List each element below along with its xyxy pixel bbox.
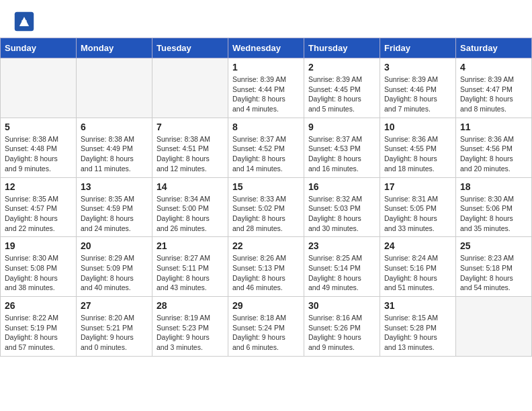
cell-day-number: 1 (232, 62, 300, 73)
cell-day-number: 11 (460, 122, 527, 132)
calendar-cell (152, 58, 228, 118)
calendar-cell: 20Sunrise: 8:29 AM Sunset: 5:09 PM Dayli… (77, 237, 152, 297)
calendar-cell: 30Sunrise: 8:16 AM Sunset: 5:26 PM Dayli… (304, 297, 380, 357)
calendar-cell: 16Sunrise: 8:32 AM Sunset: 5:03 PM Dayli… (304, 177, 380, 237)
weekday-header-sunday: Sunday (1, 38, 77, 58)
calendar-cell: 29Sunrise: 8:18 AM Sunset: 5:24 PM Dayli… (228, 297, 304, 357)
cell-day-number: 13 (81, 181, 148, 192)
cell-info-text: Sunrise: 8:30 AM Sunset: 5:06 PM Dayligh… (460, 194, 527, 234)
cell-day-number: 7 (157, 122, 224, 132)
cell-info-text: Sunrise: 8:36 AM Sunset: 4:55 PM Dayligh… (384, 134, 451, 174)
cell-info-text: Sunrise: 8:15 AM Sunset: 5:28 PM Dayligh… (384, 313, 451, 353)
cell-info-text: Sunrise: 8:16 AM Sunset: 5:26 PM Dayligh… (308, 313, 375, 353)
cell-info-text: Sunrise: 8:31 AM Sunset: 5:05 PM Dayligh… (384, 194, 451, 234)
cell-day-number: 27 (81, 300, 148, 311)
cell-info-text: Sunrise: 8:38 AM Sunset: 4:48 PM Dayligh… (5, 134, 72, 174)
cell-day-number: 19 (5, 240, 72, 251)
cell-day-number: 25 (460, 240, 527, 251)
cell-day-number: 31 (384, 300, 451, 311)
calendar-week-row: 12Sunrise: 8:35 AM Sunset: 4:57 PM Dayli… (1, 177, 532, 237)
weekday-header-thursday: Thursday (304, 38, 380, 58)
calendar-week-row: 26Sunrise: 8:22 AM Sunset: 5:19 PM Dayli… (1, 297, 532, 357)
calendar-cell: 25Sunrise: 8:23 AM Sunset: 5:18 PM Dayli… (456, 237, 532, 297)
calendar-cell: 3Sunrise: 8:39 AM Sunset: 4:46 PM Daylig… (380, 58, 456, 118)
cell-day-number: 14 (157, 181, 224, 192)
calendar-table: SundayMondayTuesdayWednesdayThursdayFrid… (0, 38, 532, 357)
cell-day-number: 21 (157, 240, 224, 251)
weekday-header-row: SundayMondayTuesdayWednesdayThursdayFrid… (1, 38, 532, 58)
cell-day-number: 23 (308, 240, 375, 251)
cell-day-number: 20 (81, 240, 148, 251)
cell-day-number: 9 (308, 122, 375, 132)
cell-info-text: Sunrise: 8:24 AM Sunset: 5:16 PM Dayligh… (384, 253, 451, 293)
cell-day-number: 8 (232, 122, 300, 132)
cell-info-text: Sunrise: 8:32 AM Sunset: 5:03 PM Dayligh… (308, 194, 375, 234)
cell-day-number: 29 (232, 300, 300, 311)
cell-info-text: Sunrise: 8:39 AM Sunset: 4:47 PM Dayligh… (460, 75, 527, 114)
cell-info-text: Sunrise: 8:26 AM Sunset: 5:13 PM Dayligh… (232, 253, 300, 293)
cell-info-text: Sunrise: 8:38 AM Sunset: 4:51 PM Dayligh… (157, 134, 224, 174)
weekday-header-tuesday: Tuesday (152, 38, 228, 58)
cell-info-text: Sunrise: 8:36 AM Sunset: 4:56 PM Dayligh… (460, 134, 527, 174)
calendar-week-row: 19Sunrise: 8:30 AM Sunset: 5:08 PM Dayli… (1, 237, 532, 297)
calendar-week-row: 1Sunrise: 8:39 AM Sunset: 4:44 PM Daylig… (1, 58, 532, 118)
cell-info-text: Sunrise: 8:25 AM Sunset: 5:14 PM Dayligh… (308, 253, 375, 293)
cell-day-number: 26 (5, 300, 72, 311)
calendar-cell: 18Sunrise: 8:30 AM Sunset: 5:06 PM Dayli… (456, 177, 532, 237)
cell-info-text: Sunrise: 8:39 AM Sunset: 4:45 PM Dayligh… (308, 75, 375, 114)
cell-day-number: 5 (5, 122, 72, 132)
calendar-cell: 13Sunrise: 8:35 AM Sunset: 4:59 PM Dayli… (77, 177, 152, 237)
calendar-week-row: 5Sunrise: 8:38 AM Sunset: 4:48 PM Daylig… (1, 118, 532, 177)
cell-info-text: Sunrise: 8:35 AM Sunset: 4:57 PM Dayligh… (5, 194, 72, 234)
calendar-cell: 22Sunrise: 8:26 AM Sunset: 5:13 PM Dayli… (228, 237, 304, 297)
cell-info-text: Sunrise: 8:38 AM Sunset: 4:49 PM Dayligh… (81, 134, 148, 174)
cell-info-text: Sunrise: 8:29 AM Sunset: 5:09 PM Dayligh… (81, 253, 148, 293)
cell-info-text: Sunrise: 8:37 AM Sunset: 4:53 PM Dayligh… (308, 134, 375, 174)
calendar-cell: 27Sunrise: 8:20 AM Sunset: 5:21 PM Dayli… (77, 297, 152, 357)
calendar-cell: 12Sunrise: 8:35 AM Sunset: 4:57 PM Dayli… (1, 177, 77, 237)
weekday-header-wednesday: Wednesday (228, 38, 304, 58)
cell-info-text: Sunrise: 8:34 AM Sunset: 5:00 PM Dayligh… (157, 194, 224, 234)
cell-day-number: 2 (308, 62, 375, 73)
calendar-cell: 9Sunrise: 8:37 AM Sunset: 4:53 PM Daylig… (304, 118, 380, 177)
calendar-cell: 31Sunrise: 8:15 AM Sunset: 5:28 PM Dayli… (380, 297, 456, 357)
logo (13, 11, 38, 32)
cell-info-text: Sunrise: 8:39 AM Sunset: 4:44 PM Dayligh… (232, 75, 300, 114)
calendar-cell: 5Sunrise: 8:38 AM Sunset: 4:48 PM Daylig… (1, 118, 77, 177)
calendar-cell: 26Sunrise: 8:22 AM Sunset: 5:19 PM Dayli… (1, 297, 77, 357)
cell-info-text: Sunrise: 8:18 AM Sunset: 5:24 PM Dayligh… (232, 313, 300, 353)
calendar-cell: 14Sunrise: 8:34 AM Sunset: 5:00 PM Dayli… (152, 177, 228, 237)
calendar-cell: 8Sunrise: 8:37 AM Sunset: 4:52 PM Daylig… (228, 118, 304, 177)
cell-info-text: Sunrise: 8:19 AM Sunset: 5:23 PM Dayligh… (157, 313, 224, 353)
cell-day-number: 3 (384, 62, 451, 73)
cell-info-text: Sunrise: 8:37 AM Sunset: 4:52 PM Dayligh… (232, 134, 300, 174)
calendar-cell: 19Sunrise: 8:30 AM Sunset: 5:08 PM Dayli… (1, 237, 77, 297)
weekday-header-saturday: Saturday (456, 38, 532, 58)
cell-info-text: Sunrise: 8:20 AM Sunset: 5:21 PM Dayligh… (81, 313, 148, 353)
calendar-cell: 28Sunrise: 8:19 AM Sunset: 5:23 PM Dayli… (152, 297, 228, 357)
cell-day-number: 24 (384, 240, 451, 251)
calendar-cell: 17Sunrise: 8:31 AM Sunset: 5:05 PM Dayli… (380, 177, 456, 237)
calendar-cell (1, 58, 77, 118)
calendar-cell: 23Sunrise: 8:25 AM Sunset: 5:14 PM Dayli… (304, 237, 380, 297)
weekday-header-friday: Friday (380, 38, 456, 58)
weekday-header-monday: Monday (77, 38, 152, 58)
cell-day-number: 17 (384, 181, 451, 192)
cell-info-text: Sunrise: 8:35 AM Sunset: 4:59 PM Dayligh… (81, 194, 148, 234)
cell-day-number: 15 (232, 181, 300, 192)
cell-info-text: Sunrise: 8:22 AM Sunset: 5:19 PM Dayligh… (5, 313, 72, 353)
calendar-cell: 11Sunrise: 8:36 AM Sunset: 4:56 PM Dayli… (456, 118, 532, 177)
cell-day-number: 10 (384, 122, 451, 132)
cell-info-text: Sunrise: 8:23 AM Sunset: 5:18 PM Dayligh… (460, 253, 527, 293)
calendar-cell: 24Sunrise: 8:24 AM Sunset: 5:16 PM Dayli… (380, 237, 456, 297)
cell-day-number: 12 (5, 181, 72, 192)
cell-day-number: 16 (308, 181, 375, 192)
calendar-cell: 4Sunrise: 8:39 AM Sunset: 4:47 PM Daylig… (456, 58, 532, 118)
cell-day-number: 22 (232, 240, 300, 251)
calendar-cell: 15Sunrise: 8:33 AM Sunset: 5:02 PM Dayli… (228, 177, 304, 237)
svg-rect-2 (21, 20, 26, 21)
cell-info-text: Sunrise: 8:39 AM Sunset: 4:46 PM Dayligh… (384, 75, 451, 114)
logo-icon (13, 11, 35, 32)
cell-info-text: Sunrise: 8:30 AM Sunset: 5:08 PM Dayligh… (5, 253, 72, 293)
calendar-cell: 6Sunrise: 8:38 AM Sunset: 4:49 PM Daylig… (77, 118, 152, 177)
